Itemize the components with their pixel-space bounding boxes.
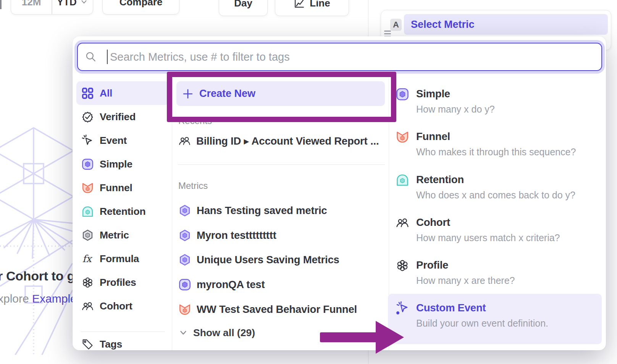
chart-type-line-button[interactable]: Line bbox=[275, 0, 349, 16]
metric-icon bbox=[81, 229, 94, 242]
custom-event-icon bbox=[396, 301, 409, 315]
date-range-segmented-control: 12M YTD bbox=[11, 0, 93, 14]
app-screen: r Cohort to ge xplore Example Bo 12M YTD… bbox=[0, 0, 617, 364]
explore-prefix: xplore bbox=[0, 292, 29, 305]
clipped-control-fragment bbox=[0, 0, 2, 9]
category-cohort[interactable]: Cohort bbox=[76, 294, 170, 318]
metrics-section-label: Metrics bbox=[178, 180, 208, 191]
simple-icon bbox=[81, 158, 94, 171]
simple-icon bbox=[178, 278, 191, 291]
empty-state-illustration bbox=[0, 126, 73, 355]
category-formula[interactable]: Formula bbox=[76, 247, 170, 271]
metric-type-simple[interactable]: Simple How many x do y? bbox=[391, 80, 602, 122]
sidebar-divider bbox=[81, 332, 165, 332]
cohort-icon bbox=[178, 135, 191, 147]
tag-icon bbox=[81, 338, 94, 351]
range-ytd-button[interactable]: YTD bbox=[52, 0, 93, 14]
category-simple[interactable]: Simple bbox=[76, 152, 170, 176]
compare-button[interactable]: Compare bbox=[102, 0, 179, 14]
search-icon bbox=[85, 51, 97, 63]
retention-icon bbox=[81, 205, 94, 218]
saved-metric-hans-testing-saved-metric[interactable]: Hans Testing saved metric bbox=[178, 198, 384, 223]
chevron-down-icon bbox=[80, 0, 88, 6]
saved-metric-unique-users-saving-metrics[interactable]: Unique Users Saving Metrics bbox=[178, 248, 384, 272]
category-list: All Verified Event Simple Funnel Retenti… bbox=[76, 81, 170, 350]
section-divider bbox=[178, 164, 385, 165]
funnel-icon bbox=[178, 303, 191, 316]
verified-icon bbox=[81, 111, 94, 123]
metric-type-custom-event[interactable]: Custom Event Build your own event defini… bbox=[388, 294, 602, 344]
simple-icon bbox=[396, 87, 409, 101]
event-icon bbox=[81, 134, 94, 147]
empty-state-headline: r Cohort to ge bbox=[0, 269, 82, 283]
cohort-icon bbox=[81, 300, 94, 312]
category-tags[interactable]: Tags bbox=[76, 332, 170, 350]
chevron-down-icon bbox=[178, 328, 188, 338]
category-retention[interactable]: Retention bbox=[76, 200, 170, 223]
funnel-icon bbox=[396, 130, 409, 144]
metric-type-profile[interactable]: Profile How many x are there? bbox=[391, 251, 602, 294]
profiles-icon bbox=[396, 259, 409, 272]
recent-item[interactable]: Billing ID ▸ Account Viewed Report ... bbox=[178, 130, 379, 152]
grid-icon bbox=[81, 87, 94, 100]
funnel-icon bbox=[81, 182, 94, 194]
saved-metric-myronqa-test[interactable]: myronQA test bbox=[178, 272, 384, 297]
search-input[interactable] bbox=[109, 50, 601, 64]
metric-type-list: Simple How many x do y? Funnel Who makes… bbox=[391, 80, 602, 344]
metric-hex-icon bbox=[178, 204, 191, 217]
series-a-badge[interactable]: A bbox=[390, 19, 402, 31]
annotation-highlight-box bbox=[167, 72, 396, 122]
category-all[interactable]: All bbox=[76, 81, 170, 105]
text-caret bbox=[107, 50, 108, 64]
metric-hex-icon bbox=[178, 253, 191, 266]
metric-hex-icon bbox=[178, 229, 191, 242]
retention-icon bbox=[396, 173, 409, 187]
category-profiles[interactable]: Profiles bbox=[76, 271, 170, 294]
profiles-icon bbox=[81, 276, 94, 289]
saved-metrics-list: Hans Testing saved metric Myron testtttt… bbox=[178, 198, 384, 322]
granularity-day-button[interactable]: Day bbox=[219, 0, 268, 16]
select-metric-pill[interactable]: Select Metric bbox=[404, 14, 608, 35]
line-chart-icon bbox=[294, 0, 305, 9]
show-all-toggle[interactable]: Show all (29) bbox=[178, 323, 255, 342]
annotation-arrow-head bbox=[376, 321, 404, 354]
metric-type-retention[interactable]: Retention Who does x and comes back to d… bbox=[391, 166, 602, 208]
metric-type-cohort[interactable]: Cohort How many users match x criteria? bbox=[391, 208, 602, 251]
metric-type-funnel[interactable]: Funnel Who makes it through this sequenc… bbox=[391, 122, 602, 165]
category-verified[interactable]: Verified bbox=[76, 105, 170, 129]
category-funnel[interactable]: Funnel bbox=[76, 176, 170, 200]
category-metric[interactable]: Metric bbox=[76, 223, 170, 247]
search-box[interactable] bbox=[77, 43, 602, 71]
saved-metric-myron-testtttttttt[interactable]: Myron testtttttttt bbox=[178, 223, 384, 248]
annotation-arrow bbox=[320, 332, 377, 342]
range-12m-button[interactable]: 12M bbox=[11, 0, 52, 14]
formula-icon bbox=[81, 253, 94, 265]
cohort-icon bbox=[396, 216, 409, 230]
saved-metric-ww-test-saved-behavior-funnel[interactable]: WW Test Saved Behavior Funnel bbox=[178, 297, 384, 322]
category-event[interactable]: Event bbox=[76, 129, 170, 152]
